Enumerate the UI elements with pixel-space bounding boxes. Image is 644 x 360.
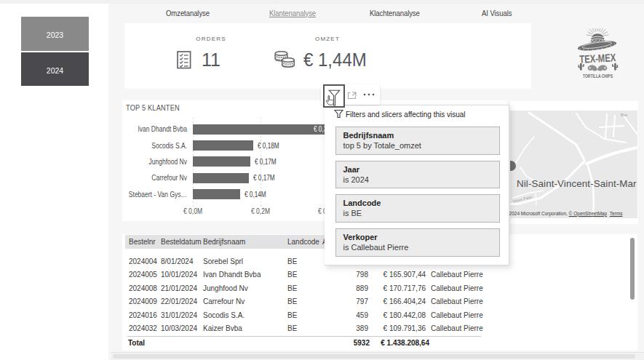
svg-text:Rue: Rue	[621, 113, 627, 117]
svg-text:TEX-MEX: TEX-MEX	[579, 51, 616, 65]
svg-text:TORTILLA CHIPS: TORTILLA CHIPS	[583, 73, 613, 79]
svg-text:Nil-Saint-Vincent-Saint-Mar: Nil-Saint-Vincent-Saint-Mar	[517, 178, 637, 189]
